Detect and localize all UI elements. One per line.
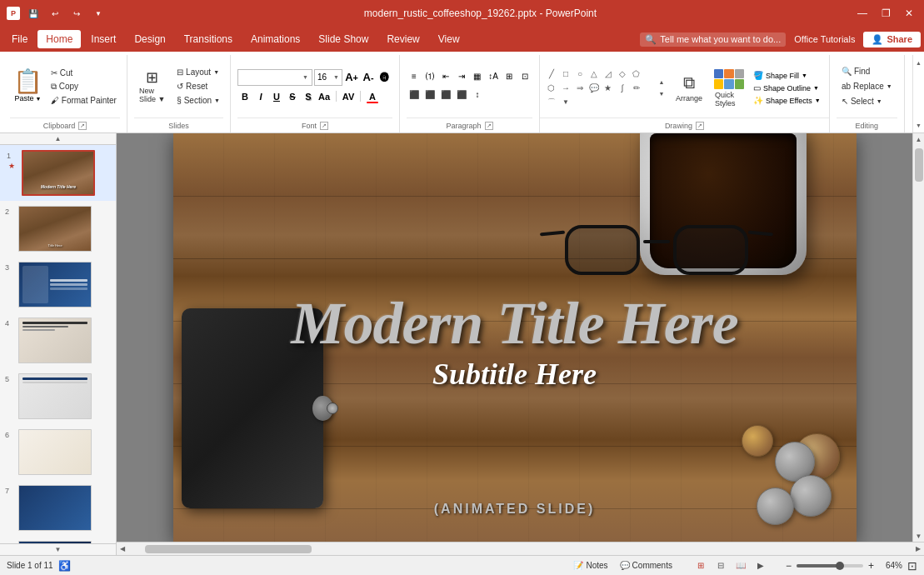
canvas-area[interactable]: Modern Title Here Subtitle Here (ANIMATE… bbox=[117, 133, 912, 542]
justify-button[interactable]: ⬛ bbox=[454, 88, 469, 102]
bold-button[interactable]: B bbox=[237, 89, 252, 104]
shape-more[interactable]: ▼ bbox=[559, 96, 572, 109]
slide-panel-scroll-up[interactable]: ▲ bbox=[0, 133, 116, 145]
align-left-button[interactable]: ⬛ bbox=[407, 88, 422, 102]
paste-button[interactable]: 📋 Paste ▼ bbox=[10, 68, 46, 104]
shape-star[interactable]: ★ bbox=[602, 82, 615, 95]
menu-review[interactable]: Review bbox=[378, 30, 427, 48]
slide-canvas[interactable]: Modern Title Here Subtitle Here (ANIMATE… bbox=[173, 133, 857, 542]
decrease-indent-button[interactable]: ⇤ bbox=[438, 69, 453, 84]
shape-effects-button[interactable]: ✨ Shape Effects ▼ bbox=[750, 95, 824, 106]
minimize-button[interactable]: — bbox=[854, 5, 871, 22]
menu-animations[interactable]: Animations bbox=[242, 30, 308, 48]
zoom-slider-thumb[interactable] bbox=[836, 562, 844, 570]
shape-diamond[interactable]: ◇ bbox=[616, 68, 629, 81]
increase-font-button[interactable]: A+ bbox=[344, 70, 359, 85]
slide-img-8[interactable] bbox=[18, 541, 92, 543]
numbering-button[interactable]: ⑴ bbox=[422, 69, 437, 84]
scroll-track[interactable] bbox=[913, 145, 924, 530]
font-name-input[interactable]: ▼ bbox=[237, 69, 312, 86]
slide-img-3[interactable] bbox=[18, 262, 92, 308]
slide-img-6[interactable] bbox=[18, 429, 92, 475]
format-painter-button[interactable]: 🖌 Format Painter bbox=[47, 94, 120, 107]
shape-outline-button[interactable]: ▭ Shape Outline ▼ bbox=[750, 82, 824, 93]
line-spacing-button[interactable]: ↕ bbox=[470, 88, 485, 102]
layout-button[interactable]: ⊟ Layout ▼ bbox=[173, 66, 223, 78]
decrease-font-button[interactable]: A- bbox=[361, 70, 376, 85]
undo-button[interactable]: ↩ bbox=[47, 5, 63, 22]
reset-button[interactable]: ↺ Reset bbox=[173, 80, 223, 92]
reading-view-button[interactable]: 📖 bbox=[733, 558, 748, 573]
underline-button[interactable]: U bbox=[269, 89, 284, 104]
shape-pentagon[interactable]: ⬠ bbox=[630, 68, 643, 81]
zoom-in-button[interactable]: + bbox=[868, 560, 874, 572]
clipboard-expand-icon[interactable]: ↗ bbox=[78, 122, 87, 130]
align-text-button[interactable]: ⊞ bbox=[502, 69, 517, 84]
shape-rtriangle[interactable]: ◿ bbox=[602, 68, 615, 81]
shapes-scroll-up[interactable]: ▲ bbox=[655, 78, 668, 88]
customize-button[interactable]: ▼ bbox=[90, 5, 107, 22]
menu-design[interactable]: Design bbox=[126, 30, 173, 48]
slide-thumb-6[interactable]: 6 bbox=[0, 424, 116, 480]
slideshow-view-button[interactable]: ▶ bbox=[753, 558, 768, 573]
font-expand-icon[interactable]: ↗ bbox=[320, 122, 328, 130]
slide-sorter-button[interactable]: ⊟ bbox=[713, 558, 728, 573]
office-tutorials-button[interactable]: Office Tutorials bbox=[787, 32, 862, 47]
shape-connector[interactable]: ⌒ bbox=[545, 96, 558, 109]
align-center-button[interactable]: ⬛ bbox=[422, 88, 437, 102]
increase-indent-button[interactable]: ⇥ bbox=[454, 69, 469, 84]
search-bar[interactable]: 🔍 Tell me what you want to do... bbox=[640, 32, 786, 47]
ribbon-scroll-up[interactable]: ▲ bbox=[913, 57, 925, 68]
zoom-slider-track[interactable] bbox=[797, 564, 863, 568]
slide-thumb-2[interactable]: 2 Title Here bbox=[0, 201, 116, 257]
hscroll-track[interactable] bbox=[128, 542, 912, 555]
menu-file[interactable]: File bbox=[3, 30, 36, 48]
copy-button[interactable]: ⧉ Copy bbox=[47, 80, 120, 93]
accessibility-icon[interactable]: ♿ bbox=[58, 560, 71, 572]
notes-button[interactable]: 📝 Notes bbox=[570, 561, 611, 570]
shape-hex[interactable]: ⬡ bbox=[545, 82, 558, 95]
shape-fill-button[interactable]: 🪣 Shape Fill ▼ bbox=[750, 70, 824, 81]
font-size-input[interactable]: 16 ▼ bbox=[314, 69, 342, 86]
columns-button[interactable]: ▦ bbox=[470, 69, 485, 84]
slide-thumb-4[interactable]: 4 bbox=[0, 312, 116, 368]
shape-barrow[interactable]: ⇒ bbox=[573, 82, 587, 95]
menu-view[interactable]: View bbox=[430, 30, 468, 48]
shape-curve[interactable]: ∫ bbox=[616, 82, 629, 95]
cut-button[interactable]: ✂ Cut bbox=[47, 67, 120, 79]
slide-img-7[interactable] bbox=[18, 485, 92, 531]
menu-home[interactable]: Home bbox=[37, 30, 81, 48]
shape-triangle[interactable]: △ bbox=[587, 68, 601, 81]
comments-button[interactable]: 💬 Comments bbox=[617, 561, 676, 570]
shape-line[interactable]: ╱ bbox=[545, 68, 558, 81]
close-button[interactable]: ✕ bbox=[901, 5, 917, 22]
slide-img-5[interactable] bbox=[18, 373, 92, 419]
shape-arrow[interactable]: → bbox=[559, 82, 572, 95]
shape-callout[interactable]: 💬 bbox=[587, 82, 601, 95]
hscroll-thumb[interactable] bbox=[145, 545, 312, 553]
font-color-button[interactable]: A bbox=[365, 89, 380, 104]
align-right-button[interactable]: ⬛ bbox=[438, 88, 453, 102]
scroll-up-button[interactable]: ▲ bbox=[913, 133, 925, 145]
slide-thumb-7[interactable]: 7 bbox=[0, 480, 116, 536]
slide-img-4[interactable] bbox=[18, 318, 92, 363]
clear-format-button[interactable]: 🅐 bbox=[377, 70, 392, 85]
italic-button[interactable]: I bbox=[253, 89, 268, 104]
smartart-button[interactable]: ⊡ bbox=[517, 69, 532, 84]
zoom-out-button[interactable]: − bbox=[786, 560, 792, 572]
scroll-down-button[interactable]: ▼ bbox=[913, 530, 925, 542]
shape-rect[interactable]: □ bbox=[559, 68, 572, 81]
slide-thumb-8[interactable]: 8 bbox=[0, 536, 116, 543]
hscroll-right-button[interactable]: ▶ bbox=[912, 542, 924, 556]
paragraph-expand-icon[interactable]: ↗ bbox=[485, 122, 493, 130]
slide-title-area[interactable]: Modern Title Here Subtitle Here bbox=[291, 293, 737, 392]
change-case-button[interactable]: Aa bbox=[317, 89, 332, 104]
fit-slide-button[interactable]: ⊡ bbox=[907, 559, 917, 572]
zoom-level[interactable]: 64% bbox=[879, 561, 902, 570]
share-button[interactable]: 👤 Share bbox=[863, 32, 921, 48]
find-button[interactable]: 🔍 Find bbox=[838, 65, 873, 78]
menu-slideshow[interactable]: Slide Show bbox=[310, 30, 377, 48]
strikethrough-button[interactable]: S bbox=[285, 89, 300, 104]
slide-thumb-5[interactable]: 5 bbox=[0, 368, 116, 424]
bullets-button[interactable]: ≡ bbox=[407, 69, 422, 84]
